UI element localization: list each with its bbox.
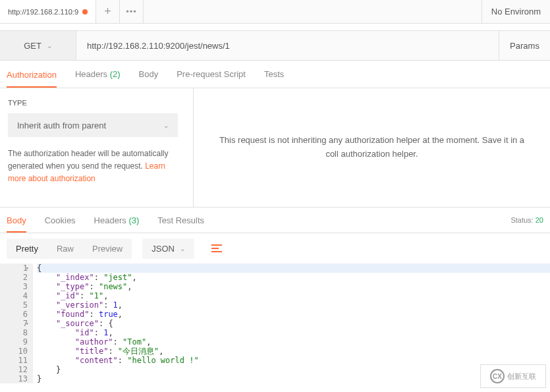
add-tab-button[interactable]: + xyxy=(96,0,120,23)
tab-response-testresults[interactable]: Test Results xyxy=(157,208,204,233)
format-raw[interactable]: Raw xyxy=(47,238,83,259)
tab-options-button[interactable]: ••• xyxy=(120,0,144,23)
body-controls: Pretty Raw Preview JSON ⌄ xyxy=(0,233,550,264)
auth-section: TYPE Inherit auth from parent ⌄ The auth… xyxy=(0,88,550,207)
auth-description: The authorization header will be automat… xyxy=(8,148,185,186)
auth-right-panel: This request is not inheriting any autho… xyxy=(194,88,550,207)
auth-left-panel: TYPE Inherit auth from parent ⌄ The auth… xyxy=(0,88,194,207)
code-content[interactable]: { "_index": "jest", "_type": "news", "_i… xyxy=(33,264,550,383)
body-type-select[interactable]: JSON ⌄ xyxy=(142,238,194,259)
chevron-down-icon: ⌄ xyxy=(163,122,169,129)
chevron-down-icon: ⌄ xyxy=(180,245,185,252)
tab-tests[interactable]: Tests xyxy=(264,61,284,87)
tab-response-body[interactable]: Body xyxy=(7,208,26,233)
tab-response-headers[interactable]: Headers (3) xyxy=(94,208,140,233)
tab-bar: http://192.168.2.110:9 + ••• No Environm xyxy=(0,0,550,24)
format-preview[interactable]: Preview xyxy=(83,238,132,259)
response-tabs: Body Cookies Headers (3) Test Results St… xyxy=(0,207,550,233)
tab-prerequest[interactable]: Pre-request Script xyxy=(177,61,246,87)
code-gutter: 1▾234567▾8910111213 xyxy=(0,264,33,383)
auth-type-select[interactable]: Inherit auth from parent ⌄ xyxy=(8,113,178,137)
chevron-down-icon: ⌄ xyxy=(47,42,52,49)
wrap-lines-button[interactable] xyxy=(205,238,229,259)
format-pretty[interactable]: Pretty xyxy=(7,238,47,259)
tab-body[interactable]: Body xyxy=(139,61,159,87)
status-info: Status: 20 xyxy=(510,216,543,224)
watermark: CX 创新互联 xyxy=(480,364,546,388)
response-code-area: 1▾234567▾8910111213 { "_index": "jest", … xyxy=(0,264,550,383)
watermark-logo-icon: CX xyxy=(490,369,505,383)
body-format-group: Pretty Raw Preview xyxy=(7,238,132,259)
request-tabs: Authorization Headers (2) Body Pre-reque… xyxy=(0,61,550,88)
request-bar: GET ⌄ http://192.168.2.110:9200/jest/new… xyxy=(0,30,550,61)
tab-headers[interactable]: Headers (2) xyxy=(75,61,121,87)
http-method-select[interactable]: GET ⌄ xyxy=(0,31,76,60)
environment-selector[interactable]: No Environm xyxy=(481,0,550,23)
request-tab[interactable]: http://192.168.2.110:9 xyxy=(0,0,96,23)
tab-title: http://192.168.2.110:9 xyxy=(8,8,78,16)
wrap-icon xyxy=(211,244,222,252)
auth-type-label: TYPE xyxy=(8,99,185,107)
tab-authorization[interactable]: Authorization xyxy=(7,62,57,88)
tab-response-cookies[interactable]: Cookies xyxy=(45,208,76,233)
params-button[interactable]: Params xyxy=(499,31,550,60)
url-input[interactable]: http://192.168.2.110:9200/jest/news/1 xyxy=(76,31,499,60)
unsaved-dot-icon xyxy=(82,9,88,14)
